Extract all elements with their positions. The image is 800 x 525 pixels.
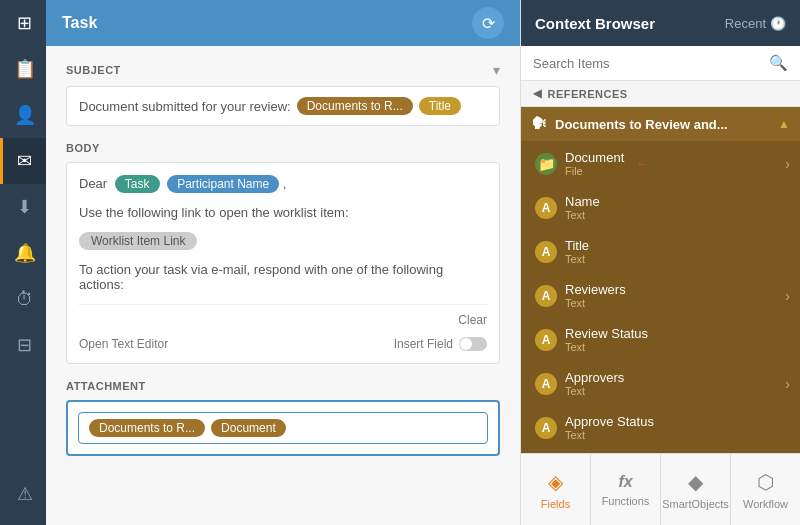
cb-recent-clock-icon: 🕐 [770,16,786,31]
body-label: BODY [66,142,100,154]
sidebar-icon-email[interactable]: ✉ [0,138,46,184]
cb-recent[interactable]: Recent 🕐 [725,16,786,31]
sidebar-icon-warning[interactable]: ⚠ [0,471,46,517]
clear-link[interactable]: Clear [458,313,487,327]
dear-text: Dear [79,176,107,191]
worklist-link-btn[interactable]: Worklist Item Link [79,232,197,250]
cb-search-input[interactable] [533,56,769,71]
content-area: SUBJECT ▾ Document submitted for your re… [46,46,520,525]
cb-item-title-info: Title Text [565,238,589,265]
body-tag1[interactable]: Task [115,175,160,193]
context-browser-panel: Context Browser Recent 🕐 🔍 ◀ REFERENCES … [520,0,800,525]
cb-item-document-sub: File [565,165,624,177]
cb-item-title-label: Title [565,238,589,253]
cb-parent-label: Documents to Review and... [555,117,770,132]
cb-tab-fields-label: Fields [541,498,570,510]
subject-label: SUBJECT [66,64,121,76]
attachment-inner: Documents to R... Document [78,412,488,444]
cb-parent-item[interactable]: 🗣 Documents to Review and... ▲ [521,107,800,142]
cb-item-document[interactable]: 📁 Document File ← › [521,142,800,186]
cb-parent-chevron: ▲ [778,117,790,131]
sidebar-icon-grid[interactable]: ⊞ [0,0,46,46]
search-icon: 🔍 [769,54,788,72]
cb-item-name-label: Name [565,194,600,209]
cb-item-document-icon: 📁 [535,153,557,175]
cb-item-name-info: Name Text [565,194,600,221]
sidebar-icon-bell[interactable]: 🔔 [0,230,46,276]
cb-tree: 🗣 Documents to Review and... ▲ 📁 Documen… [521,107,800,453]
cb-item-approvers-info: Approvers Text [565,370,624,397]
body-worklist-line: Worklist Item Link [79,232,487,250]
cb-item-document-left: 📁 Document File ← [535,150,777,177]
cb-search-bar[interactable]: 🔍 [521,46,800,81]
subject-section-header: SUBJECT ▾ [66,62,500,78]
attachment-tag2[interactable]: Document [211,419,286,437]
cb-item-document-red-arrow: ← [636,157,648,171]
body-line3: To action your task via e-mail, respond … [79,262,487,292]
body-box: Dear Task Participant Name , Use the fol… [66,162,500,364]
insert-field-label: Insert Field [394,337,453,351]
cb-item-reviewers[interactable]: A Reviewers Text › [521,274,800,318]
cb-item-approve-status-icon: A [535,417,557,439]
cb-header: Context Browser Recent 🕐 [521,0,800,46]
sidebar-icon-clock[interactable]: ⏱ [0,276,46,322]
sidebar: ⊞ 📋 👤 ✉ ⬇ 🔔 ⏱ ⊟ ⚠ [0,0,46,525]
cb-item-review-status-icon: A [535,329,557,351]
sidebar-icon-document[interactable]: 📋 [0,46,46,92]
cb-tab-workflow[interactable]: ⬡ Workflow [731,454,800,525]
cb-item-approve-status-sub: Text [565,429,654,441]
attachment-section-header: ATTACHMENT [66,380,500,392]
subject-tag2[interactable]: Title [419,97,461,115]
body-tag2[interactable]: Participant Name [167,175,279,193]
cb-item-approve-status-label: Approve Status [565,414,654,429]
subject-box: Document submitted for your review: Docu… [66,86,500,126]
cb-item-review-status-label: Review Status [565,326,648,341]
body-section-header: BODY [66,142,500,154]
cb-item-approvers-icon: A [535,373,557,395]
cb-item-approve-status[interactable]: A Approve Status Text [521,406,800,450]
smart-objects-icon: ◆ [688,470,703,494]
cb-item-reviewers-sub: Text [565,297,626,309]
cb-item-document-arrow: › [785,156,790,172]
cb-item-review-status[interactable]: A Review Status Text [521,318,800,362]
attachment-tag1[interactable]: Documents to R... [89,419,205,437]
cb-item-review-status-info: Review Status Text [565,326,648,353]
sidebar-icon-table[interactable]: ⊟ [0,322,46,368]
cb-item-reviewers-label: Reviewers [565,282,626,297]
cb-item-reviewers-arrow: › [785,288,790,304]
body-actions: Clear [79,304,487,327]
cb-item-review-status-sub: Text [565,341,648,353]
cb-item-approvers-left: A Approvers Text [535,370,777,397]
cb-tab-functions[interactable]: fx Functions [591,454,661,525]
sidebar-icon-users[interactable]: 👤 [0,92,46,138]
cb-item-name-icon: A [535,197,557,219]
open-text-editor-link[interactable]: Open Text Editor [79,337,168,351]
cb-bottom-tabs: ◈ Fields fx Functions ◆ SmartObjects ⬡ W… [521,453,800,525]
cb-item-approve-status-info: Approve Status Text [565,414,654,441]
triangle-icon: ◀ [533,87,542,100]
subject-tag1[interactable]: Documents to R... [297,97,413,115]
cb-item-title-icon: A [535,241,557,263]
body-line2: Use the following link to open the workl… [79,205,487,220]
insert-field-row: Insert Field [394,337,487,351]
cb-item-approvers[interactable]: A Approvers Text › [521,362,800,406]
sidebar-icon-download[interactable]: ⬇ [0,184,46,230]
main-area: Task ⟳ SUBJECT ▾ Document submitted for … [46,0,520,525]
cb-item-reviewers-info: Reviewers Text [565,282,626,309]
topbar-title: Task [62,14,472,32]
cb-tab-smartobjects-label: SmartObjects [662,498,729,510]
cb-recent-label: Recent [725,16,766,31]
attachment-section: Documents to R... Document [66,400,500,456]
cb-item-name[interactable]: A Name Text [521,186,800,230]
cb-item-document-info: Document File [565,150,624,177]
sync-button[interactable]: ⟳ [472,7,504,39]
insert-field-toggle[interactable] [459,337,487,351]
cb-parent-icon: 🗣 [531,115,547,133]
workflow-icon: ⬡ [757,470,774,494]
cb-tab-fields[interactable]: ◈ Fields [521,454,591,525]
cb-item-document-name: Document [565,150,624,165]
editor-row: Open Text Editor Insert Field [79,337,487,351]
cb-tab-smartobjects[interactable]: ◆ SmartObjects [661,454,731,525]
cb-item-title[interactable]: A Title Text [521,230,800,274]
subject-chevron[interactable]: ▾ [493,62,500,78]
